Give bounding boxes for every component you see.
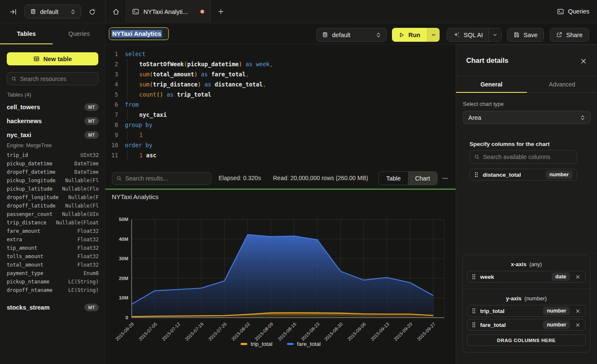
- remove-chip-button[interactable]: [574, 321, 581, 328]
- column-chip[interactable]: weekdate: [467, 271, 586, 283]
- sql-editor[interactable]: 1select2toStartOfWeek(pickup_datetime) a…: [105, 44, 456, 170]
- panel-tab-advanced[interactable]: Advanced: [527, 76, 597, 92]
- view-toggle-chart[interactable]: Chart: [408, 172, 437, 185]
- editor-line: 1select: [105, 49, 456, 59]
- chart-title: NYTaxi Analytics: [112, 193, 159, 200]
- column-row[interactable]: total_amountFloat32: [0, 261, 105, 269]
- column-row[interactable]: extraFloat32: [0, 235, 105, 244]
- sidebar-tab-tables[interactable]: Tables: [0, 23, 53, 44]
- sidebar: New table Tables (4) cell_towersMThacker…: [0, 44, 105, 364]
- remove-chip-button[interactable]: [574, 307, 581, 314]
- svg-text:2015-08-30: 2015-08-30: [323, 321, 343, 342]
- panel-tab-general[interactable]: General: [456, 76, 527, 92]
- code-text: group by: [125, 120, 152, 130]
- legend-item[interactable]: fare_total: [287, 341, 321, 347]
- column-row[interactable]: dropoff_datetimeDateTime: [0, 168, 105, 176]
- new-tab-button[interactable]: [211, 0, 231, 23]
- tab-strip: NYTaxi Analyti...: [105, 0, 231, 23]
- column-chip[interactable]: distance_totalnumber: [470, 169, 577, 181]
- column-row[interactable]: pickup_latitudeNullable(Flo: [0, 185, 105, 193]
- share-button[interactable]: Share: [550, 28, 589, 42]
- query-title-input[interactable]: NYTaxi Analytics: [109, 27, 169, 40]
- svg-text:2015-08-02: 2015-08-02: [230, 321, 251, 342]
- column-row[interactable]: trip_distanceNullable(Float: [0, 218, 105, 227]
- table-row[interactable]: stocks_streamMT: [0, 300, 105, 314]
- column-row[interactable]: trip_idUInt32: [0, 151, 105, 159]
- column-chip[interactable]: fare_totalnumber: [467, 319, 586, 331]
- table-icon: [33, 56, 40, 62]
- column-row[interactable]: fare_amountFloat32: [0, 227, 105, 235]
- column-row[interactable]: pickup_ntanameLC(String): [0, 278, 105, 286]
- column-name: total_amount: [7, 262, 43, 268]
- home-icon: [112, 8, 120, 16]
- code-text: nyc_taxi: [125, 110, 167, 120]
- code-text: select: [125, 49, 146, 59]
- column-row[interactable]: dropoff_ntanameLC(String): [0, 286, 105, 294]
- view-toggle-table[interactable]: Table: [379, 172, 408, 185]
- y-axis-label: y-axis: [506, 295, 521, 302]
- drop-zone[interactable]: DRAG COLUMNS HERE: [467, 334, 586, 346]
- share-button-label: Share: [566, 32, 583, 38]
- run-button[interactable]: Run: [392, 28, 427, 42]
- drag-handle-icon[interactable]: [472, 274, 476, 280]
- line-number: 4: [105, 79, 118, 89]
- svg-text:2015-07-19: 2015-07-19: [184, 321, 204, 342]
- svg-text:2015-09-06: 2015-09-06: [346, 321, 367, 342]
- column-row[interactable]: dropoff_latitudeNullable(Fl: [0, 202, 105, 210]
- sidebar-search-input[interactable]: [20, 75, 94, 82]
- collapse-arrow-icon: [9, 8, 17, 16]
- sql-ai-button[interactable]: SQL AI: [447, 28, 489, 41]
- database-selector[interactable]: default: [24, 5, 81, 19]
- toolbar-database-selector[interactable]: default: [316, 28, 386, 42]
- sql-ai-options-button[interactable]: [489, 28, 501, 41]
- run-options-button[interactable]: [427, 28, 440, 42]
- line-number: 6: [105, 100, 118, 110]
- column-row[interactable]: tolls_amountFloat32: [0, 252, 105, 261]
- table-row[interactable]: cell_towersMT: [0, 100, 105, 114]
- column-type: Float32: [77, 237, 99, 243]
- tables-section-title: Tables (4): [7, 92, 31, 98]
- column-chip[interactable]: trip_totalnumber: [467, 305, 586, 317]
- save-button-label: Save: [524, 32, 538, 38]
- drag-handle-icon[interactable]: [472, 322, 476, 328]
- column-row[interactable]: pickup_longitudeNullable(Fl: [0, 176, 105, 185]
- collapse-sidebar-button[interactable]: [7, 6, 19, 18]
- remove-chip-button[interactable]: [574, 273, 581, 280]
- table-row[interactable]: nyc_taxiMT: [0, 128, 105, 142]
- column-name: pickup_latitude: [7, 186, 52, 192]
- results-toolbar: Elapsed: 0.320s Read: 20,000,000 rows (2…: [105, 170, 456, 187]
- drag-handle-icon[interactable]: [474, 172, 478, 178]
- svg-text:2015-06-28: 2015-06-28: [114, 321, 135, 342]
- close-panel-button[interactable]: [579, 57, 588, 66]
- column-row[interactable]: payment_typeEnum8: [0, 269, 105, 278]
- column-row[interactable]: tip_amountFloat32: [0, 244, 105, 252]
- columns-search-input[interactable]: [483, 154, 573, 160]
- queries-button[interactable]: Queries: [557, 5, 589, 18]
- editor-line: 111 asc: [105, 150, 456, 160]
- chart-type-select[interactable]: Area: [463, 111, 591, 124]
- column-row[interactable]: dropoff_longitudeNullable(F: [0, 193, 105, 202]
- read-stat: Read: 20,000,000 rows (260.00 MB): [273, 175, 368, 181]
- run-button-label: Run: [408, 32, 420, 38]
- toolbar-database-value: default: [332, 32, 372, 38]
- code-text: count() as trip_total: [125, 89, 211, 100]
- table-row[interactable]: hackernewsMT: [0, 114, 105, 128]
- home-tab[interactable]: [106, 0, 126, 23]
- column-row[interactable]: pickup_datetimeDateTime: [0, 159, 105, 168]
- tab-nytaxi-analytics[interactable]: NYTaxi Analyti...: [126, 0, 211, 23]
- column-name: passenger_count: [7, 211, 52, 217]
- new-table-button[interactable]: New table: [7, 52, 98, 65]
- sidebar-tab-queries[interactable]: Queries: [53, 23, 105, 44]
- legend-item[interactable]: trip_total: [240, 341, 273, 347]
- sidebar-search[interactable]: [7, 72, 98, 85]
- column-row[interactable]: passenger_countNullable(UIn: [0, 210, 105, 218]
- refresh-button[interactable]: [86, 6, 98, 18]
- more-options-button[interactable]: [440, 173, 450, 183]
- legend-label: trip_total: [251, 341, 273, 347]
- columns-search[interactable]: [470, 150, 577, 164]
- play-icon: [399, 32, 405, 38]
- save-button[interactable]: Save: [507, 28, 544, 42]
- results-search-input[interactable]: [125, 175, 207, 182]
- drag-handle-icon[interactable]: [472, 308, 476, 314]
- results-search[interactable]: [112, 172, 211, 185]
